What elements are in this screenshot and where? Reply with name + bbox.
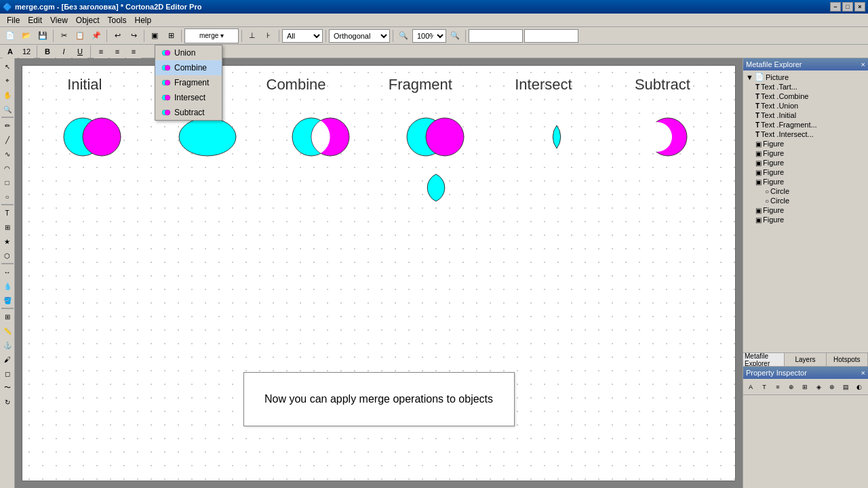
bold-button[interactable]: B <box>40 44 55 59</box>
tab-layers[interactable]: Layers <box>785 353 826 366</box>
select-tool[interactable]: ↖ <box>1 60 14 73</box>
pi-btn9[interactable]: ◐ <box>853 381 865 393</box>
eyedrop-tool[interactable]: 💧 <box>1 279 14 293</box>
minimize-button[interactable]: − <box>830 2 841 12</box>
merge-dropdown-button[interactable]: merge ▾ <box>184 28 239 43</box>
tab-hotspots[interactable]: Hotspots <box>827 353 868 366</box>
pi-btn8[interactable]: ▤ <box>840 381 852 393</box>
zoom-out-button[interactable]: 🔍 <box>396 28 411 43</box>
star-tool[interactable]: ★ <box>1 235 14 248</box>
tree-circle2[interactable]: ○ Circle <box>745 196 867 205</box>
close-button[interactable]: × <box>854 2 865 12</box>
tree-figure1[interactable]: ▣ Figure <box>745 139 867 148</box>
tree-figure3[interactable]: ▣ Figure <box>745 158 867 167</box>
dropdown-union[interactable]: Union <box>155 45 222 60</box>
open-button[interactable]: 📂 <box>19 28 34 43</box>
redo-button[interactable]: ↪ <box>126 28 141 43</box>
rotate-tool[interactable]: ↻ <box>1 395 14 409</box>
tree-text-combine[interactable]: T Text .Combine <box>745 92 867 101</box>
menu-file[interactable]: File <box>3 14 24 26</box>
grid-tool[interactable]: ⊞ <box>1 310 14 323</box>
maximize-button[interactable]: □ <box>842 2 853 12</box>
dropdown-combine[interactable]: Combine <box>155 60 222 75</box>
tree-figure4[interactable]: ▣ Figure <box>745 167 867 177</box>
align-left-button[interactable]: ≡ <box>94 44 108 59</box>
pi-btn3[interactable]: ≡ <box>772 381 784 393</box>
distribute-button[interactable]: ⊦ <box>261 28 276 43</box>
paste-button[interactable]: 📌 <box>89 28 104 43</box>
pi-btn2[interactable]: T <box>758 381 770 393</box>
label-intersect: Intersect <box>515 76 572 94</box>
new-button[interactable]: 📄 <box>3 28 18 43</box>
italic-button[interactable]: I <box>56 44 71 59</box>
tree-figure2[interactable]: ▣ Figure <box>745 148 867 158</box>
font-size-btn[interactable]: 12 <box>19 44 34 59</box>
fill-tool[interactable]: 🪣 <box>1 293 14 307</box>
ruler-tool[interactable]: 📏 <box>1 324 14 338</box>
undo-button[interactable]: ↩ <box>110 28 125 43</box>
line-tool[interactable]: ╱ <box>1 133 14 146</box>
align-center-button[interactable]: ≡ <box>110 44 125 59</box>
brush-tool[interactable]: 🖌 <box>1 352 14 366</box>
copy-button[interactable]: 📋 <box>73 28 87 43</box>
svg-point-5 <box>165 80 170 85</box>
save-button[interactable]: 💾 <box>35 28 50 43</box>
tree-figure6[interactable]: ▣ Figure <box>745 205 867 215</box>
align-button[interactable]: ⊥ <box>245 28 260 43</box>
text-btn[interactable]: A <box>3 44 18 59</box>
coord-y[interactable] <box>524 29 578 43</box>
tree-text-union[interactable]: T Text .Union <box>745 101 867 110</box>
menu-tools[interactable]: Tools <box>104 14 131 26</box>
tree-text-initial[interactable]: T Text .Initial <box>745 110 867 120</box>
ungroup-button[interactable]: ⊞ <box>163 28 178 43</box>
table-tool[interactable]: ⊞ <box>1 220 14 234</box>
pi-btn4[interactable]: ⊕ <box>785 381 797 393</box>
poly-tool[interactable]: ⬡ <box>1 249 14 262</box>
snap-select[interactable]: Orthogonal <box>329 29 390 43</box>
dropdown-intersect[interactable]: Intersect <box>155 90 222 105</box>
bezier-tool[interactable]: ∿ <box>1 147 14 161</box>
panel-close-icon[interactable]: × <box>861 60 865 68</box>
anchor-tool[interactable]: ⚓ <box>1 338 14 352</box>
tab-metafile-explorer[interactable]: Metafile Explorer <box>743 353 785 366</box>
menu-view[interactable]: View <box>46 14 72 26</box>
zoom-tool[interactable]: 🔍 <box>1 102 14 116</box>
pi-btn1[interactable]: A <box>745 381 757 393</box>
zoom-select[interactable]: 100% <box>412 29 446 43</box>
measure-tool[interactable]: ↔ <box>1 265 14 279</box>
pi-close-icon[interactable]: × <box>861 369 865 377</box>
zoom-in-button[interactable]: 🔍 <box>448 28 462 43</box>
eraser-tool[interactable]: ◻ <box>1 367 14 380</box>
group-button[interactable]: ▣ <box>147 28 162 43</box>
pi-btn6[interactable]: ◈ <box>812 381 825 393</box>
node-tool[interactable]: ⌖ <box>1 74 14 87</box>
text-union-label: Text .Union <box>761 102 798 110</box>
cut-button[interactable]: ✂ <box>56 28 71 43</box>
dropdown-fragment[interactable]: Fragment <box>155 75 222 90</box>
tree-picture[interactable]: ▼ 📄 Picture <box>745 72 867 82</box>
align-right-button[interactable]: ≡ <box>126 44 141 59</box>
underline-button[interactable]: U <box>73 44 87 59</box>
curve-tool[interactable]: 〜 <box>1 381 14 394</box>
dropdown-subtract[interactable]: Subtract <box>155 105 222 120</box>
rect-tool[interactable]: □ <box>1 176 14 189</box>
tree-figure5[interactable]: ▣ Figure <box>745 177 867 186</box>
tree-text-intersect[interactable]: T Text .Intersect... <box>745 129 867 139</box>
tree-text-tart[interactable]: T Text .Tart... <box>745 82 867 92</box>
coord-x[interactable] <box>469 29 523 43</box>
text-tool[interactable]: T <box>1 206 14 220</box>
filter-select[interactable]: All <box>282 29 323 43</box>
tree-circle1[interactable]: ○ Circle <box>745 186 867 196</box>
menu-edit[interactable]: Edit <box>24 14 46 26</box>
tree-text-fragment[interactable]: T Text .Fragment... <box>745 120 867 129</box>
canvas[interactable]: Initial Union Combine Fragment Intersect… <box>22 65 736 481</box>
tree-figure7[interactable]: ▣ Figure <box>745 215 867 224</box>
pi-btn5[interactable]: ⊞ <box>799 381 811 393</box>
pi-btn7[interactable]: ⊗ <box>826 381 838 393</box>
menu-help[interactable]: Help <box>131 14 156 26</box>
hand-tool[interactable]: ✋ <box>1 88 14 102</box>
pencil-tool[interactable]: ✏ <box>1 119 14 132</box>
arc-tool[interactable]: ◠ <box>1 161 14 175</box>
circle-tool[interactable]: ○ <box>1 190 14 203</box>
menu-object[interactable]: Object <box>72 14 104 26</box>
